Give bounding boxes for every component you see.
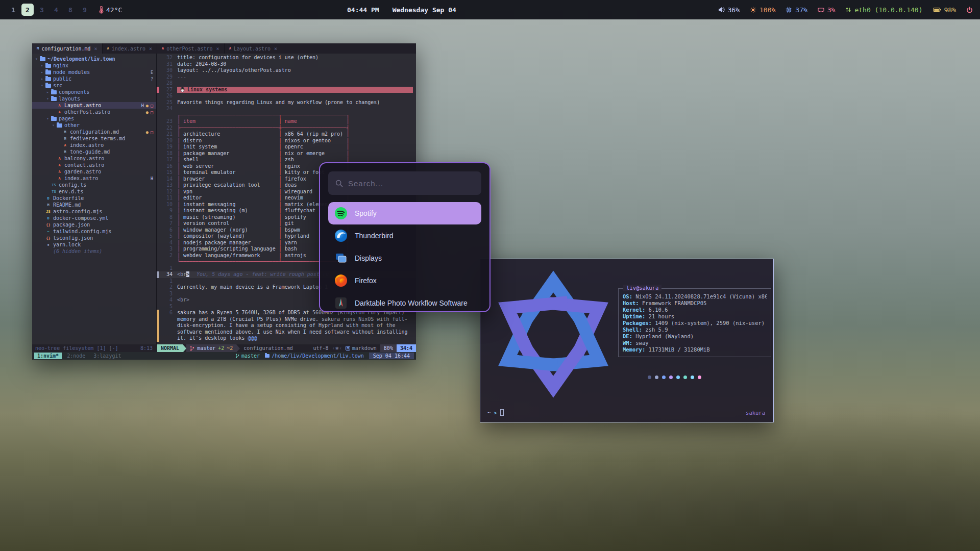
scroll-progress: 80% [380,344,397,352]
launcher-item[interactable]: Spotify [328,202,481,224]
tree-item[interactable]: TSenv.d.ts [32,188,156,195]
close-icon[interactable]: × [274,46,277,52]
filetype-segment: M markdown [342,344,380,352]
table-border: │ [276,227,285,233]
tree-item[interactable]: TSconfig.ts [32,182,156,188]
tree-item[interactable]: ▸nginx [32,62,156,69]
tree-item[interactable]: {}tsconfig.json [32,235,156,241]
launcher-item[interactable]: Darktable Photo Workflow Software [328,292,481,312]
status-badge: □ [151,130,153,135]
close-icon[interactable]: × [149,46,152,52]
tree-item[interactable]: AotherPost.astro●□ [32,109,156,115]
workspace-9[interactable]: 9 [79,4,91,16]
clock-date: Wednesday Sep 04 [393,6,456,14]
tree-item[interactable]: Mconfiguration.md●□ [32,129,156,135]
docker-file-icon: D [45,216,51,220]
status-modules: 36%100%37%3%eth0 (10.0.0.140)98% [718,6,956,14]
launcher-item[interactable]: Firefox [328,269,481,292]
buffer-line: 30layout: ../../layouts/otherPost.astro [157,67,416,74]
gutter-sign [157,259,159,265]
workspace-4[interactable]: 4 [50,4,62,16]
tree-item[interactable]: ▾~/Development/liv.town [32,56,156,62]
tree-item[interactable]: {}package.json [32,221,156,228]
close-icon[interactable]: × [216,46,219,52]
tree-item[interactable]: Mtone-guide.md [32,148,156,155]
table-cell-name: nixos or gentoo [285,138,343,143]
tree-item[interactable]: ▾other [32,122,156,129]
tmux-window[interactable]: 3:lazygit [90,353,124,359]
tree-item[interactable]: ~tailwind.config.mjs [32,228,156,235]
table-border: │ [177,182,183,188]
terminal-window[interactable]: liv@sakura OS: NixOS 24.11.20240828.71e9… [480,259,774,422]
tree-item[interactable]: Ddocker-compose.yml [32,215,156,221]
line-text: title: configuration for devices i use (… [177,55,318,61]
neotree-panel[interactable]: ▾~/Development/liv.town▸nginx▸node_modul… [32,54,157,344]
line-number: 11 [159,195,173,202]
tree-item[interactable]: ▾layouts [32,95,156,102]
table-border: │ [177,189,183,194]
search-input[interactable] [348,179,474,188]
editor-tab[interactable]: ALayout.astro× [225,43,283,54]
table-border: │ [177,138,183,143]
diff-added: +2 [218,345,224,351]
tree-item[interactable]: ▸components [32,89,156,95]
line-number: 19 [159,144,173,151]
tree-item[interactable]: Mfediverse-terms.md [32,135,156,142]
hostname-label: sakura [746,410,765,416]
table-cell-item: version control [183,220,276,226]
line-number: 30 [159,67,173,74]
git-status-badges: ●□ [146,110,156,115]
launcher-searchbox [328,171,481,195]
close-icon[interactable]: × [94,46,97,52]
launcher-item[interactable]: Thunderbird [328,224,481,247]
workspace-1[interactable]: 1 [7,4,19,16]
tree-item[interactable]: DDockerfile [32,195,156,202]
tree-item[interactable]: Aindex.astro [32,142,156,148]
line-text: │ item │ name │ [177,118,349,125]
fetch-info-box: OS: NixOS 24.11.20240828.71e91c4 (Vicuna… [618,288,771,357]
gutter-sign [157,112,159,119]
workspace-2[interactable]: 2 [21,4,34,16]
tree-item[interactable]: JSastro.config.mjs [32,208,156,215]
line-number: 8 [159,214,173,221]
editor-tab[interactable]: AotherPost.astro× [157,43,225,54]
tree-item-label: tone-guide.md [70,149,110,155]
tree-item[interactable]: Aindex.astroH [32,175,156,182]
powerline-separator [183,344,186,353]
editor-tab[interactable]: Mconfiguration.md× [32,43,103,54]
paragraph-line: 6sakura has a Ryzen 5 7640U, 32GB of DDR… [157,310,416,342]
tree-item[interactable]: Agarden.astro [32,168,156,175]
fetch-info-value: 1409 (nix-system), 2590 (nix-user) [655,320,765,326]
launcher-item[interactable]: Displays [328,247,481,269]
fetch-info-value: sway [635,340,648,346]
tree-item[interactable]: ALayout.astroH●□ [32,102,156,109]
tree-item-label: index.astro [70,142,104,148]
tree-item[interactable]: ▾pages [32,115,156,122]
editor-tab[interactable]: Aindex.astro× [103,43,157,54]
workspace-8[interactable]: 8 [64,4,77,16]
tree-item-label: README.md [53,202,81,208]
filetype-label: markdown [352,345,377,351]
power-icon[interactable] [966,7,973,13]
workspace-3[interactable]: 3 [36,4,48,16]
firefox-icon [334,274,348,287]
tree-item[interactable]: (6 hidden items) [32,248,156,255]
tree-item[interactable]: ▪yarn.lock [32,241,156,248]
tree-item[interactable]: MREADME.md [32,202,156,208]
buffer-line: 26 [157,93,416,99]
memory-value: 3% [827,6,836,14]
tree-item[interactable]: Acontact.astro [32,162,156,168]
shell-prompt[interactable]: ~ > [487,409,504,416]
terminal-color-palette [648,375,701,379]
astro-file-icon: A [57,177,62,181]
text-span: <br [177,271,186,277]
line-number: 26 [159,93,173,99]
tmux-window[interactable]: 1:nvim* [34,353,62,359]
tree-item[interactable]: Abalcony.astro [32,155,156,162]
tree-item-label: balcony.astro [64,156,104,161]
tree-item[interactable]: ▸public? [32,76,156,82]
table-cell-name: x86_64 (rip m2 pro) [285,131,343,137]
tree-item[interactable]: ▾src [32,82,156,89]
tree-item[interactable]: ▸node_modulesE [32,69,156,76]
tmux-window[interactable]: 2:node [64,353,88,359]
